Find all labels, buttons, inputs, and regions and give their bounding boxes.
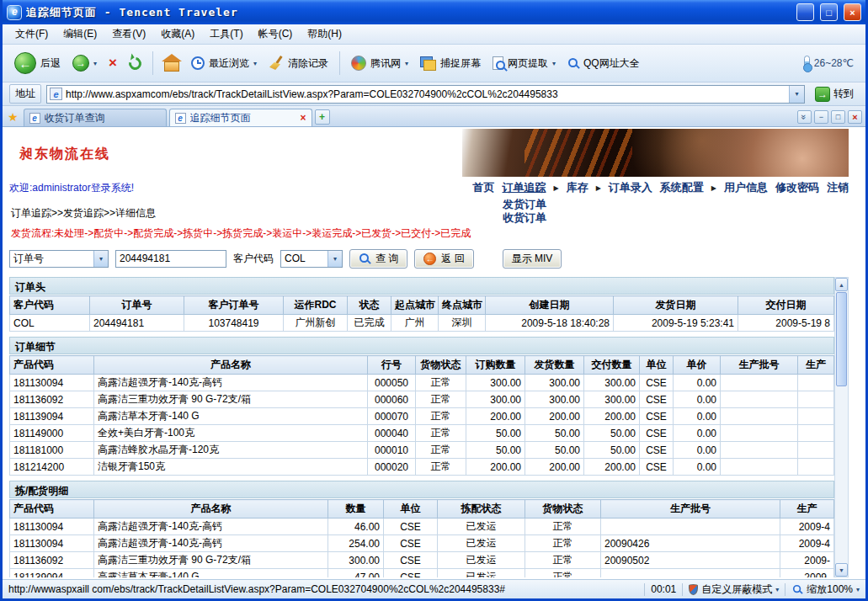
favorites-star-icon[interactable]: ★ [8, 110, 19, 124]
order-field-select[interactable]: 订单号 ▾ [9, 250, 109, 268]
stop-icon: × [109, 55, 117, 72]
vertical-scrollbar[interactable]: ▲ ▼ [834, 277, 849, 577]
column-header: 单价 [674, 356, 721, 375]
column-header: 产品名称 [94, 500, 328, 519]
subnav-item[interactable]: 收货订单 [494, 211, 555, 225]
table-cell: 0.00 [674, 425, 721, 442]
scroll-down-button[interactable]: ▼ [835, 563, 848, 577]
search-button[interactable]: 查 询 [349, 249, 407, 269]
order-track-submenu: 发货订单收货订单 [494, 198, 555, 225]
maximize-button[interactable]: □ [820, 3, 838, 21]
return-button[interactable]: ← 返 回 [414, 249, 473, 269]
table-cell: CSE [640, 408, 674, 425]
table-cell: 300.00 [525, 391, 584, 408]
table-cell [798, 408, 834, 425]
table-cell: 103748419 [184, 315, 284, 332]
table-cell: 2009-5-19 8 [738, 315, 834, 332]
table-cell: 200.00 [584, 459, 640, 476]
capture-screen-icon [420, 56, 436, 71]
table-cell: 200.00 [466, 408, 525, 425]
table-cell: 181139094 [10, 569, 94, 578]
customer-code-select[interactable]: COL ▾ [280, 250, 343, 268]
nav-item[interactable]: 修改密码 [775, 180, 819, 195]
broom-icon [269, 56, 284, 71]
tencent-site-button[interactable]: 腾讯网 ▾ [346, 53, 413, 73]
address-bar: 地址 e ▾ → 转到 [3, 82, 865, 106]
main-nav: 首页订单追踪▶库存▶订单录入系统配置▶用户信息修改密码注销 [473, 180, 849, 195]
column-header: 终点城市 [439, 296, 486, 315]
status-time: 00:01 [651, 583, 676, 595]
weather-widget[interactable]: 26~28℃ [799, 53, 859, 73]
show-miv-button[interactable]: 显示 MIV [503, 249, 562, 269]
tabbar-minimize-button[interactable]: − [814, 110, 828, 124]
nav-item[interactable]: 订单追踪 [503, 180, 546, 195]
table-cell: CSE [640, 391, 674, 408]
nav-item[interactable]: 系统配置 [660, 180, 704, 195]
menu-item[interactable]: 收藏(A) [153, 24, 202, 44]
tab-active[interactable]: e追踪细节页面× [169, 109, 312, 126]
home-button[interactable] [159, 52, 184, 74]
order-no-input[interactable] [115, 250, 226, 268]
nav-item[interactable]: 库存 [567, 180, 588, 195]
welcome-text: 欢迎:administrator登录系统! [9, 181, 134, 195]
qq-sites-button[interactable]: QQ网址大全 [562, 54, 645, 73]
zoom-icon [792, 584, 802, 594]
menu-item[interactable]: 查看(V) [104, 24, 153, 44]
zoom-dropdown[interactable]: 缩放100% ▾ [791, 582, 860, 597]
column-header: 产品代码 [10, 500, 94, 519]
tencent-logo-icon [351, 56, 366, 71]
stop-button[interactable]: × [104, 52, 122, 74]
new-tab-button[interactable]: + [315, 109, 330, 125]
menu-item[interactable]: 帐号(C) [251, 24, 301, 44]
menu-item[interactable]: 编辑(E) [56, 24, 104, 44]
recent-browse-button[interactable]: 最近浏览 ▾ [186, 54, 262, 73]
shield-icon [689, 584, 698, 595]
chevron-down-icon: ▾ [856, 586, 860, 593]
toolbar-separator [339, 51, 340, 75]
customer-code-value: COL [281, 253, 327, 264]
subnav-item[interactable]: 发货订单 [494, 198, 555, 211]
close-button[interactable]: × [844, 3, 861, 21]
tab-close-icon[interactable]: × [301, 112, 306, 124]
table-cell: 181181000 [10, 442, 94, 459]
capture-screen-button[interactable]: 捕捉屏幕 [415, 54, 486, 73]
table-cell: 204494181 [90, 315, 184, 332]
minimize-button[interactable]: _ [796, 3, 814, 21]
table-cell: 50.00 [525, 425, 584, 442]
go-button[interactable]: → 转到 [810, 86, 859, 103]
back-button[interactable]: ← 后退 [9, 50, 66, 77]
refresh-button[interactable] [124, 55, 146, 72]
address-dropdown-button[interactable]: ▾ [789, 86, 804, 103]
tab[interactable]: e收货订单查询 [24, 109, 167, 126]
clear-history-button[interactable]: 清除记录 [264, 53, 333, 73]
column-header: 运作RDC [284, 296, 348, 315]
table-cell [601, 519, 780, 535]
table-cell: 正常 [525, 552, 601, 569]
tab-overflow-button[interactable]: » [797, 110, 812, 124]
clock-icon [191, 56, 205, 70]
menu-item[interactable]: 帮助(H) [300, 24, 349, 44]
block-mode-dropdown[interactable]: 自定义屏蔽模式 ▾ [689, 582, 779, 597]
address-input[interactable] [66, 87, 785, 102]
web-extract-button[interactable]: 网页提取 ▾ [487, 54, 561, 73]
forward-button[interactable]: → ▾ [67, 52, 102, 74]
tabbar-close-button[interactable]: × [848, 110, 862, 124]
column-header: 产品名称 [94, 356, 368, 375]
scrollbar-thumb[interactable] [836, 292, 847, 386]
scroll-up-button[interactable]: ▲ [835, 278, 848, 291]
tencent-site-label: 腾讯网 [370, 56, 401, 71]
table-cell: 正常 [416, 375, 466, 391]
menu-item[interactable]: 文件(F) [8, 24, 56, 44]
tabbar-restore-button[interactable]: □ [831, 110, 845, 124]
menu-item[interactable]: 工具(T) [202, 24, 250, 44]
table-cell: 000020 [368, 459, 416, 476]
table-cell: 300.00 [584, 391, 640, 408]
nav-item[interactable]: 用户信息 [724, 180, 768, 195]
table-cell: 高露洁蜂胶水晶牙膏-120克 [94, 442, 368, 459]
nav-item[interactable]: 订单录入 [609, 180, 652, 195]
table-cell: 2009-4 [780, 535, 834, 552]
status-bar: http://wwwaspxaill com/ebs/track/TrackDe… [3, 579, 865, 598]
nav-item[interactable]: 注销 [827, 180, 849, 195]
nav-item[interactable]: 首页 [473, 180, 495, 195]
table-cell: CSE [640, 442, 674, 459]
